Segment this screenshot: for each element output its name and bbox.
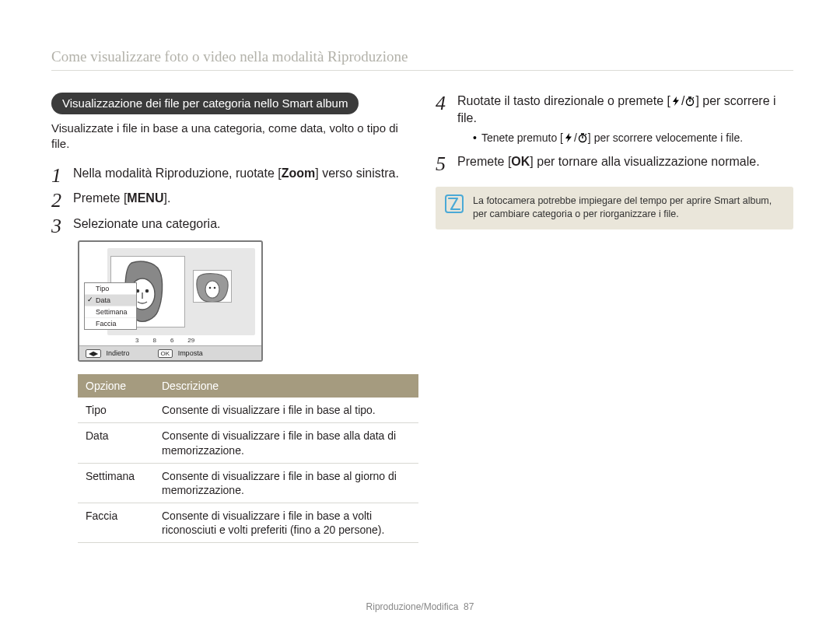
timeline-counts: 3 8 6 29 (135, 335, 255, 345)
timeline-val: 8 (152, 337, 156, 344)
opt-name: Settimana (78, 463, 154, 503)
page-number: 87 (464, 601, 474, 612)
timer-icon (577, 132, 588, 143)
left-right-icon: ◀▶ (86, 349, 101, 358)
step-bold: Zoom (282, 166, 316, 180)
opt-desc: Consente di visualizzare i file in base … (154, 503, 418, 543)
opt-name: Tipo (78, 398, 154, 423)
left-column: Visualizzazione dei file per categoria n… (51, 93, 409, 543)
thumbnail-small-face (193, 270, 232, 303)
table-row: Data Consente di visualizzare i file in … (78, 423, 418, 463)
info-note: La fotocamera potrebbe impiegare del tem… (436, 187, 793, 229)
table-row: Faccia Consente di visualizzare i file i… (78, 503, 418, 543)
options-table: Opzione Descrizione Tipo Consente di vis… (78, 374, 418, 543)
bullet-dot: • (473, 131, 477, 146)
screen-footer-bar: ◀▶ Indietro OK Imposta (79, 345, 261, 360)
step-text: Premete [ (457, 155, 511, 168)
flash-icon (563, 132, 574, 143)
timeline-val: 3 (135, 337, 138, 344)
step-text: Ruotate il tasto direzionale o premete [ (457, 94, 670, 107)
step-text: ] per tornare alla visualizzazione norma… (530, 155, 759, 168)
svg-point-4 (209, 287, 212, 289)
step-1: Nella modalità Riproduzione, ruotate [Zo… (51, 165, 409, 182)
camera-screen-mock: Tipo Data Settimana Faccia 3 8 6 29 ◀▶ (78, 240, 263, 362)
table-row: Tipo Consente di visualizzare i file in … (78, 398, 418, 423)
step-5: Premete [OK] per tornare alla visualizza… (436, 153, 793, 170)
timeline-val: 6 (170, 337, 173, 344)
timer-icon (684, 94, 695, 105)
table-row: Settimana Consente di visualizzare i fil… (78, 463, 418, 503)
svg-point-2 (145, 289, 149, 292)
dropdown-item-faccia: Faccia (85, 318, 136, 329)
step-text: Premete [ (73, 191, 127, 205)
page-title: Come visualizzare foto o video nella mod… (51, 48, 793, 71)
note-icon (445, 194, 464, 213)
ok-icon: OK (158, 349, 173, 358)
back-label: Indietro (107, 349, 130, 357)
note-text: La fotocamera potrebbe impiegare del tem… (473, 195, 772, 220)
opt-desc: Consente di visualizzare i file in base … (154, 423, 418, 463)
category-dropdown: Tipo Data Settimana Faccia (84, 282, 137, 330)
step-4-sub-bullet: • Tenete premuto [/] per scorrere veloce… (473, 131, 793, 146)
step-text: Nella modalità Riproduzione, ruotate [ (73, 166, 282, 180)
th-descrizione: Descrizione (154, 374, 418, 398)
step-3: Selezionate una categoria. (51, 215, 409, 233)
step-text: Selezionate una categoria. (73, 217, 220, 230)
dropdown-item-data: Data (85, 295, 136, 306)
opt-name: Data (78, 423, 154, 463)
left-steps-list: Nella modalità Riproduzione, ruotate [Zo… (51, 165, 409, 233)
step-text: ]. (163, 191, 170, 205)
th-opzione: Opzione (78, 374, 154, 398)
dropdown-item-tipo: Tipo (85, 283, 136, 295)
svg-point-5 (214, 287, 216, 289)
svg-point-3 (205, 281, 219, 298)
set-label: Imposta (178, 349, 203, 357)
sub-text: Tenete premuto [ (481, 131, 563, 144)
page-footer: Riproduzione/Modifica 87 (0, 601, 840, 612)
step-4: Ruotate il tasto direzionale o premete [… (436, 93, 793, 145)
intro-text: Visualizzate i file in base a una catego… (51, 121, 409, 151)
step-bold: MENU (127, 191, 163, 205)
opt-name: Faccia (78, 503, 154, 543)
opt-desc: Consente di visualizzare i file in base … (154, 398, 418, 423)
flash-icon (670, 94, 681, 105)
opt-desc: Consente di visualizzare i file in base … (154, 463, 418, 503)
sub-text: ] per scorrere velocemente i file. (588, 131, 743, 144)
timeline-val: 29 (187, 337, 194, 344)
step-text: ] verso sinistra. (315, 166, 399, 180)
footer-section: Riproduzione/Modifica (366, 601, 459, 612)
right-steps-list: Ruotate il tasto direzionale o premete [… (436, 93, 793, 171)
ok-key: OK (511, 155, 530, 168)
dropdown-item-settimana: Settimana (85, 306, 136, 318)
section-heading-pill: Visualizzazione dei file per categoria n… (51, 93, 359, 114)
step-2: Premete [MENU]. (51, 190, 409, 207)
right-column: Ruotate il tasto direzionale o premete [… (436, 93, 793, 543)
